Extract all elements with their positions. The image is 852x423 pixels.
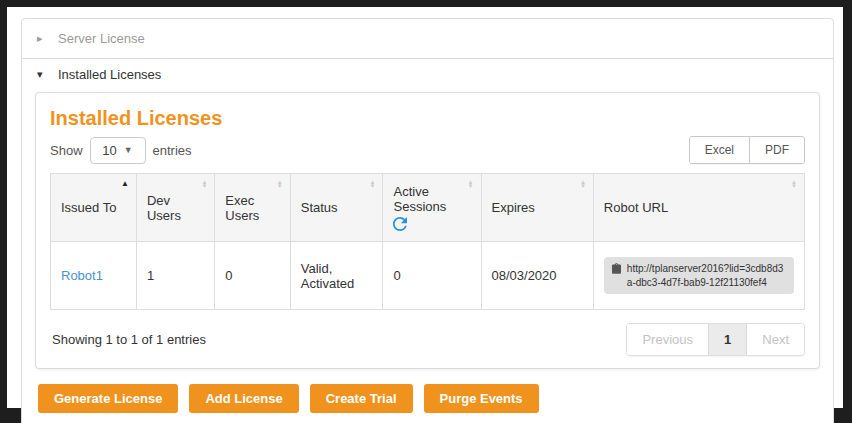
- previous-page-button[interactable]: Previous: [627, 324, 708, 355]
- license-actions: Generate License Add License Create Tria…: [38, 384, 820, 413]
- clipboard-icon: [612, 263, 621, 274]
- page: ▸ Server License ▾ Installed Licenses In…: [7, 7, 843, 408]
- column-header-expires[interactable]: Expires ▲▼: [481, 174, 593, 242]
- pdf-button[interactable]: PDF: [749, 137, 804, 163]
- column-header-issued-to[interactable]: Issued To ▲: [51, 174, 137, 242]
- column-header-dev-users[interactable]: Dev Users ▲▼: [136, 174, 214, 242]
- column-label: Robot URL: [604, 200, 668, 215]
- sort-icon: ▲▼: [580, 180, 586, 188]
- column-label: Issued To: [61, 200, 116, 215]
- column-header-status[interactable]: Status ▲▼: [290, 174, 383, 242]
- panel-title: Installed Licenses: [50, 107, 805, 130]
- sort-icon: ▲▼: [468, 180, 474, 188]
- table-footer: Showing 1 to 1 of 1 entries Previous 1 N…: [50, 323, 805, 356]
- column-label: Status: [301, 200, 338, 215]
- active-sessions-cell: 0: [383, 242, 481, 310]
- column-label: Active Sessions: [393, 184, 462, 214]
- section-label: Installed Licenses: [58, 67, 161, 82]
- create-trial-button[interactable]: Create Trial: [310, 384, 413, 413]
- refresh-icon[interactable]: [393, 217, 407, 231]
- next-page-button[interactable]: Next: [747, 324, 804, 355]
- column-header-robot-url[interactable]: Robot URL ▲▼: [593, 174, 804, 242]
- add-license-button[interactable]: Add License: [189, 384, 298, 413]
- entries-label: entries: [153, 143, 192, 158]
- entries-summary: Showing 1 to 1 of 1 entries: [50, 332, 206, 347]
- sort-icon: ▲▼: [791, 180, 797, 188]
- page-length-value: 10: [102, 143, 116, 158]
- installed-licenses-body: Installed Licenses Show 10 ▼ entries Exc…: [22, 92, 833, 423]
- section-label: Server License: [58, 31, 145, 46]
- license-accordion: ▸ Server License ▾ Installed Licenses In…: [21, 18, 834, 423]
- section-server-license[interactable]: ▸ Server License: [22, 19, 833, 58]
- installed-licenses-card: Installed Licenses Show 10 ▼ entries Exc…: [35, 92, 820, 369]
- pagination: Previous 1 Next: [626, 323, 805, 356]
- show-label: Show: [50, 143, 83, 158]
- column-label: Exec Users: [225, 193, 259, 223]
- robot-url-text: http://tplanserver2016?lid=3cdb8d3a-dbc3…: [627, 262, 786, 289]
- excel-button[interactable]: Excel: [690, 137, 749, 163]
- page-number-button[interactable]: 1: [708, 324, 747, 355]
- table-header-row: Issued To ▲ Dev Users ▲▼ Exec Users ▲▼: [51, 174, 805, 242]
- export-button-group: Excel PDF: [689, 136, 805, 164]
- section-installed-licenses[interactable]: ▾ Installed Licenses: [22, 58, 833, 92]
- table-row: Robot1 1 0 Valid, Activated 0 08/03/2020…: [51, 242, 805, 310]
- status-cell: Valid, Activated: [290, 242, 383, 310]
- chevron-right-icon: ▸: [37, 33, 47, 44]
- robot-url-cell: http://tplanserver2016?lid=3cdb8d3a-dbc3…: [593, 242, 804, 310]
- page-length-select[interactable]: 10 ▼: [90, 137, 146, 164]
- installed-licenses-table: Issued To ▲ Dev Users ▲▼ Exec Users ▲▼: [50, 173, 805, 310]
- generate-license-button[interactable]: Generate License: [38, 384, 178, 413]
- sort-ascending-icon: ▲: [121, 180, 129, 188]
- chevron-down-icon: ▼: [124, 145, 133, 155]
- sort-icon: ▲▼: [277, 180, 283, 188]
- dev-users-cell: 1: [136, 242, 214, 310]
- window-frame: ▸ Server License ▾ Installed Licenses In…: [0, 0, 852, 423]
- column-header-active-sessions[interactable]: Active Sessions ▲▼: [383, 174, 481, 242]
- table-controls: Show 10 ▼ entries Excel PDF: [50, 136, 805, 164]
- column-label: Dev Users: [147, 193, 181, 223]
- robot-url-badge[interactable]: http://tplanserver2016?lid=3cdb8d3a-dbc3…: [604, 257, 794, 294]
- sort-icon: ▲▼: [201, 180, 207, 188]
- column-label: Expires: [492, 200, 535, 215]
- robot-link[interactable]: Robot1: [61, 268, 103, 283]
- purge-events-button[interactable]: Purge Events: [424, 384, 539, 413]
- exec-users-cell: 0: [215, 242, 290, 310]
- page-length-control: Show 10 ▼ entries: [50, 137, 192, 164]
- issued-to-cell: Robot1: [51, 242, 137, 310]
- sort-icon: ▲▼: [370, 180, 376, 188]
- column-header-exec-users[interactable]: Exec Users ▲▼: [215, 174, 290, 242]
- chevron-down-icon: ▾: [37, 69, 47, 80]
- expires-cell: 08/03/2020: [481, 242, 593, 310]
